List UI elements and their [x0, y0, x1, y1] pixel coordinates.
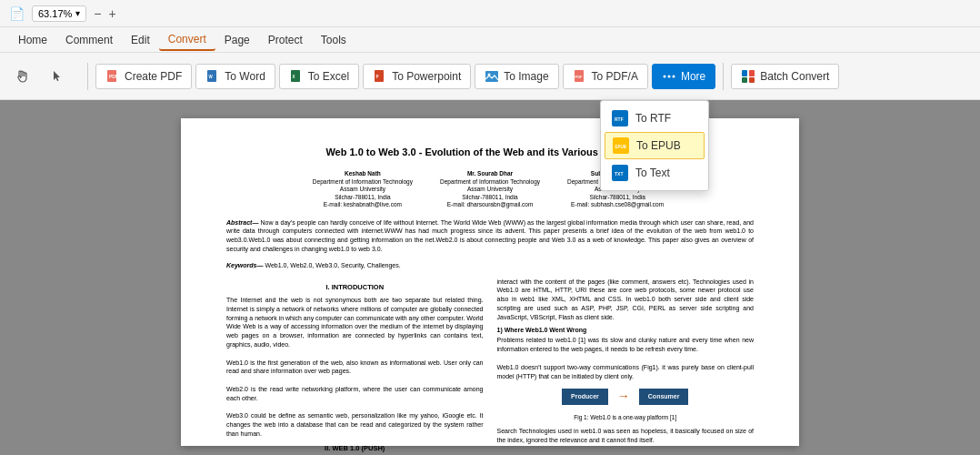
author-2-city: Silchar-788011, India [440, 194, 540, 201]
svg-text:P: P [376, 75, 379, 79]
diagram-arrow: → [617, 388, 630, 406]
zoom-value: 63.17% [38, 8, 72, 19]
to-excel-button[interactable]: X To Excel [279, 64, 359, 89]
more-button[interactable]: More [652, 64, 715, 89]
author-3-city: Silchar-788011, India [567, 194, 667, 201]
menu-tools[interactable]: Tools [312, 30, 355, 50]
zoom-display[interactable]: 63.17% ▾ [32, 5, 86, 22]
svg-rect-15 [742, 70, 747, 76]
author-1: Keshab Nath Department of Information Te… [313, 170, 413, 208]
to-epub-option[interactable]: EPUB To EPUB [605, 132, 705, 159]
keywords-text: Web1.0, Web2.0, Web3.0, Security, Challe… [265, 262, 400, 268]
more-dropdown-menu: RTF To RTF EPUB To EPUB TXT To Text [600, 100, 709, 191]
web10-diagram: Producer → Consumer [497, 388, 755, 406]
svg-point-12 [663, 75, 665, 77]
to-word-button[interactable]: W To Word [195, 64, 275, 89]
document-keywords: Keywords— Web1.0, Web2.0, Web3.0, Securi… [226, 261, 754, 270]
toolbar: PDF Create PDF W To Word X To Excel P To… [0, 53, 980, 100]
to-image-button[interactable]: To Image [475, 64, 558, 89]
main-area: Web 1.0 to Web 3.0 - Evolution of the We… [0, 100, 980, 455]
image-icon [485, 69, 499, 84]
to-pdfa-button[interactable]: PDF To PDF/A [563, 64, 648, 89]
svg-text:EPUB: EPUB [615, 145, 627, 149]
author-2-name: Mr. Sourab Dhar [440, 170, 540, 177]
menu-comment[interactable]: Comment [56, 30, 122, 50]
batch-icon [741, 69, 755, 84]
subsection-title: 1) Where Web1.0 Went Wrong [497, 326, 755, 335]
svg-rect-16 [749, 70, 755, 76]
to-text-option[interactable]: TXT To Text [601, 159, 708, 187]
more-icon [662, 69, 676, 84]
document-columns: I. INTRODUCTION The Internet and the web… [226, 278, 754, 455]
menu-bar: Home Comment Edit Convert Page Protect T… [0, 27, 980, 53]
word-icon: W [205, 69, 220, 84]
zoom-dropdown-icon[interactable]: ▾ [75, 8, 80, 18]
menu-edit[interactable]: Edit [122, 30, 159, 50]
svg-point-14 [672, 75, 675, 77]
toolbar-divider-2 [723, 63, 724, 90]
author-1-dept: Department of Information Technology [313, 178, 413, 186]
document-container[interactable]: Web 1.0 to Web 3.0 - Evolution of the We… [0, 100, 980, 455]
ppt-icon: P [373, 69, 387, 84]
consumer-box: Consumer [639, 389, 689, 405]
to-powerpoint-button[interactable]: P To Powerpoint [363, 64, 471, 89]
app-icon: 📄 [9, 6, 25, 21]
title-bar: 📄 63.17% ▾ − + [0, 0, 980, 27]
rtf-icon: RTF [612, 110, 628, 126]
create-pdf-button[interactable]: PDF Create PDF [95, 64, 192, 89]
batch-convert-button[interactable]: Batch Convert [731, 64, 839, 89]
abstract-label: Abstract— [226, 219, 258, 226]
menu-protect[interactable]: Protect [259, 30, 312, 50]
svg-text:RTF: RTF [615, 116, 624, 122]
author-2-dept: Department of Information Technology [440, 178, 540, 186]
document-abstract: Abstract— Now a day's people can hardly … [226, 218, 754, 254]
author-1-name: Keshab Nath [313, 170, 413, 177]
svg-text:PDF: PDF [575, 75, 583, 79]
svg-text:TXT: TXT [615, 171, 623, 177]
menu-convert[interactable]: Convert [159, 29, 215, 51]
hand-icon [15, 68, 31, 85]
right-col-text: interact with the content of the pages (… [497, 278, 755, 322]
author-2: Mr. Sourab Dhar Department of Informatio… [440, 170, 540, 208]
keywords-label: Keywords— [226, 262, 263, 268]
menu-home[interactable]: Home [9, 30, 56, 50]
producer-box: Producer [562, 389, 608, 405]
author-2-uni: Assam University [440, 186, 540, 193]
toolbar-divider-1 [87, 63, 88, 90]
toolbar-left [9, 63, 71, 90]
abstract-text: Now a day's people can hardly conceive o… [226, 219, 754, 252]
svg-text:X: X [292, 75, 295, 79]
section-2-title: II. WEB 1.0 (PUSH) [226, 444, 484, 454]
author-3-email: E-mail: subhash.cse08@gmail.com [567, 201, 667, 208]
excel-icon: X [289, 69, 304, 84]
right-column: interact with the content of the pages (… [497, 278, 755, 455]
author-1-city: Silchar-788011, India [313, 194, 413, 201]
author-2-email: E-mail: dharsourabn@gmail.com [440, 201, 540, 208]
svg-rect-8 [485, 71, 498, 82]
author-1-email: E-mail: keshabnath@live.com [313, 201, 413, 208]
left-column: I. INTRODUCTION The Internet and the web… [226, 278, 484, 455]
svg-text:PDF: PDF [109, 74, 118, 79]
menu-page[interactable]: Page [215, 30, 259, 50]
create-pdf-icon: PDF [105, 69, 120, 84]
zoom-increase-button[interactable]: + [109, 6, 116, 21]
epub-icon: EPUB [613, 137, 629, 154]
pdfa-icon: PDF [573, 69, 587, 84]
diagram-caption: Fig 1: Web1.0 is a one-way platform [1] [497, 413, 755, 421]
author-1-uni: Assam University [313, 186, 413, 193]
svg-rect-17 [742, 77, 747, 83]
title-bar-left: 📄 63.17% ▾ − + [9, 5, 116, 22]
svg-rect-18 [749, 77, 755, 83]
cursor-icon [49, 68, 65, 85]
zoom-decrease-button[interactable]: − [94, 6, 101, 21]
section-1-text: The Internet and the web is not synonymo… [226, 296, 484, 439]
section-1-title: I. INTRODUCTION [226, 283, 484, 293]
right-col-continued: Search Technologies used in web1.0 was s… [497, 427, 755, 455]
to-rtf-option[interactable]: RTF To RTF [601, 105, 708, 132]
text-icon: TXT [612, 165, 628, 181]
svg-point-13 [667, 75, 670, 77]
select-tool-button[interactable] [44, 63, 71, 90]
hand-tool-button[interactable] [9, 63, 36, 90]
subsection-text: Problems related to web1.0 [1] was its s… [497, 336, 755, 380]
